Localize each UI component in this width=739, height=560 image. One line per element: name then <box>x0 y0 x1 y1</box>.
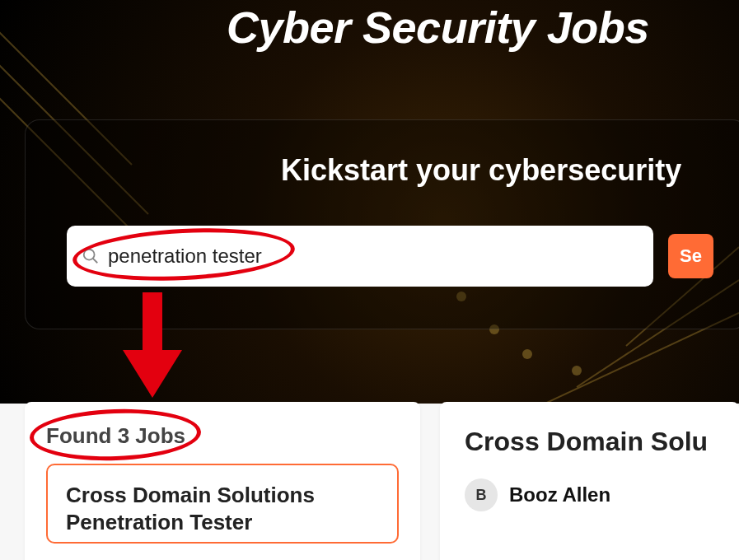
results-area: Found 3 Jobs Cross Domain Solutions Pene… <box>0 404 739 560</box>
job-detail-title: Cross Domain Solu <box>465 427 718 457</box>
search-panel: Kickstart your cybersecurity Se <box>25 119 739 329</box>
hero-banner: Cyber Security Jobs Kickstart your cyber… <box>0 0 739 404</box>
search-button[interactable]: Se <box>668 234 713 278</box>
svg-point-2 <box>522 349 532 359</box>
company-avatar: B <box>465 478 498 511</box>
results-count-label: Found 3 Jobs <box>46 423 399 449</box>
search-box[interactable] <box>67 226 653 287</box>
svg-point-5 <box>84 250 95 260</box>
company-row: B Booz Allen <box>465 478 718 511</box>
job-card-title: Cross Domain Solutions Penetration Teste… <box>66 482 379 535</box>
page-title: Cyber Security Jobs <box>227 2 649 53</box>
search-row: Se <box>67 226 713 287</box>
results-list-panel: Found 3 Jobs Cross Domain Solutions Pene… <box>25 402 420 560</box>
job-detail-panel: Cross Domain Solu B Booz Allen <box>440 402 739 560</box>
hero-subtitle: Kickstart your cybersecurity <box>67 153 713 188</box>
svg-point-4 <box>572 366 582 376</box>
svg-line-6 <box>93 259 98 264</box>
search-icon <box>82 247 100 265</box>
search-input[interactable] <box>108 245 638 268</box>
job-card[interactable]: Cross Domain Solutions Penetration Teste… <box>46 464 399 544</box>
company-name[interactable]: Booz Allen <box>509 483 610 506</box>
